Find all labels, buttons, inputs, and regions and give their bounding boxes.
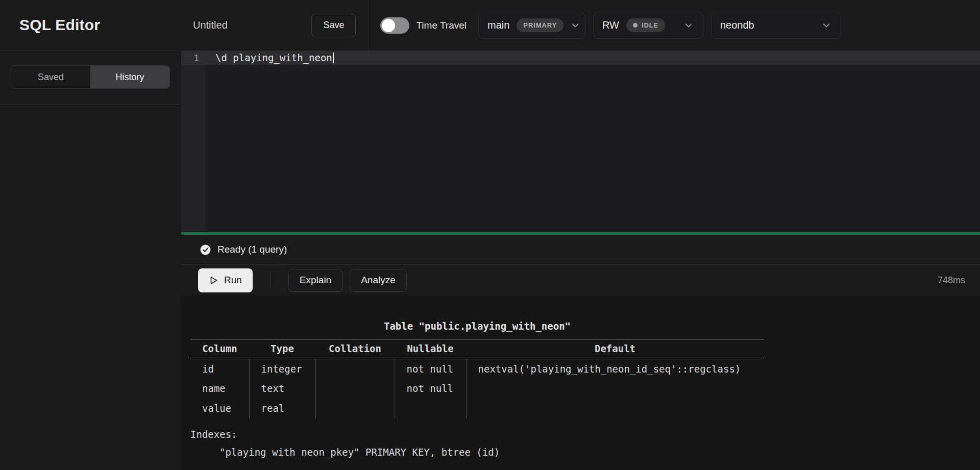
- chevron-down-icon: [570, 20, 581, 31]
- compute-select[interactable]: RW IDLE: [593, 12, 703, 39]
- editor-current-line[interactable]: 1 \d playing_with_neon: [181, 51, 980, 65]
- table-row: id integer not null nextval('playing_wit…: [190, 359, 764, 379]
- query-duration: 748ms: [938, 275, 965, 286]
- table-cell: not null: [395, 359, 466, 379]
- tab-saved[interactable]: Saved: [11, 66, 90, 88]
- query-title: Untitled: [193, 19, 228, 31]
- editor-gutter: [181, 51, 206, 232]
- chevron-down-icon: [683, 20, 694, 31]
- analyze-button[interactable]: Analyze: [350, 269, 407, 292]
- results-table: Column Type Collation Nullable Default i…: [190, 339, 764, 418]
- compute-select-content: RW IDLE: [602, 18, 665, 32]
- table-cell: nextval('playing_with_neon_id_seq'::regc…: [466, 359, 764, 379]
- code-text: \d playing_with_neon: [206, 52, 332, 63]
- time-travel-toggle[interactable]: [380, 17, 409, 34]
- table-cell: text: [249, 379, 315, 399]
- column-header: Nullable: [395, 339, 466, 359]
- table-row: name text not null: [190, 379, 764, 399]
- results-panel: Table "public.playing_with_neon" Column …: [181, 295, 980, 470]
- line-number: 1: [181, 53, 206, 63]
- status-dot-icon: [633, 23, 638, 28]
- page-title: SQL Editor: [19, 16, 100, 34]
- main-panel: Untitled Save Time Travel main PRIMARY: [181, 0, 980, 470]
- play-icon: [209, 276, 218, 285]
- branch-primary-badge: PRIMARY: [517, 18, 564, 32]
- explain-button[interactable]: Explain: [288, 269, 342, 292]
- table-cell: [315, 379, 395, 399]
- table-cell: [466, 379, 764, 399]
- compute-status-badge: IDLE: [626, 18, 665, 32]
- table-cell: name: [190, 379, 249, 399]
- time-travel-group: Time Travel: [380, 17, 467, 34]
- results-table-wrap: Table "public.playing_with_neon" Column …: [190, 320, 764, 458]
- branch-select[interactable]: main PRIMARY: [478, 12, 585, 39]
- table-cell: real: [249, 399, 315, 418]
- table-cell: [315, 399, 395, 418]
- saved-history-segmented-control: Saved History: [11, 65, 170, 89]
- run-button-label: Run: [224, 275, 242, 286]
- sidebar: SQL Editor Saved History: [0, 0, 181, 470]
- table-cell: [466, 399, 764, 418]
- topbar: Untitled Save Time Travel main PRIMARY: [181, 0, 980, 51]
- table-cell: value: [190, 399, 249, 418]
- actions-bar: Run Explain Analyze 748ms: [181, 265, 980, 295]
- table-cell: id: [190, 359, 249, 379]
- results-table-title: Table "public.playing_with_neon": [190, 320, 764, 332]
- tab-history[interactable]: History: [90, 66, 169, 88]
- table-cell: integer: [249, 359, 315, 379]
- sidebar-tabs-section: Saved History: [0, 51, 181, 105]
- table-cell: not null: [395, 379, 466, 399]
- table-cell: [395, 399, 466, 418]
- code-editor[interactable]: 1 \d playing_with_neon: [181, 51, 980, 232]
- compute-name: RW: [602, 19, 619, 31]
- check-circle-icon: [200, 244, 211, 255]
- chevron-down-icon: [821, 20, 832, 31]
- text-cursor: [333, 53, 334, 63]
- branch-select-content: main PRIMARY: [487, 18, 564, 32]
- time-travel-label: Time Travel: [416, 20, 467, 31]
- database-select[interactable]: neondb: [711, 12, 841, 39]
- column-header: Type: [249, 339, 315, 359]
- sidebar-header: SQL Editor: [0, 0, 181, 51]
- table-cell: [315, 359, 395, 379]
- indexes-label: Indexes:: [190, 429, 764, 440]
- table-header-row: Column Type Collation Nullable Default: [190, 339, 764, 359]
- column-header: Column: [190, 339, 249, 359]
- save-button[interactable]: Save: [311, 14, 356, 37]
- actions-divider: [270, 272, 271, 288]
- column-header: Default: [466, 339, 764, 359]
- run-button[interactable]: Run: [198, 268, 253, 292]
- toggle-knob-icon: [382, 19, 395, 32]
- index-entry: "playing_with_neon_pkey" PRIMARY KEY, bt…: [190, 447, 764, 458]
- status-message: Ready (1 query): [217, 244, 287, 255]
- compute-status-text: IDLE: [642, 21, 658, 29]
- database-name: neondb: [720, 19, 754, 31]
- table-row: value real: [190, 399, 764, 418]
- branch-name: main: [487, 19, 509, 31]
- status-bar: Ready (1 query): [181, 235, 980, 265]
- topbar-divider: [368, 0, 369, 51]
- sql-editor-app: SQL Editor Saved History Untitled Save T…: [0, 0, 980, 470]
- column-header: Collation: [315, 339, 395, 359]
